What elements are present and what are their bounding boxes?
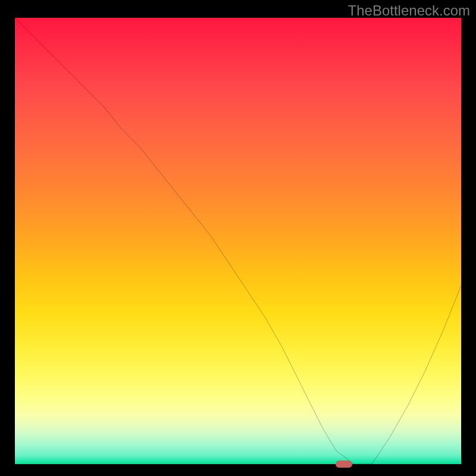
optimal-marker [336,461,352,468]
watermark-text: TheBottleneck.com [348,2,470,19]
chart-container: TheBottleneck.com [0,0,476,476]
background-gradient [15,18,461,464]
plot-area [15,18,461,464]
